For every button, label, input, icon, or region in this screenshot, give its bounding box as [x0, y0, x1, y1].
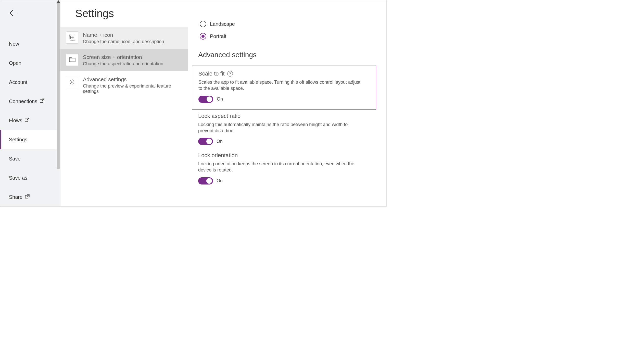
card-desc: Change the preview & experimental featur… — [83, 83, 182, 94]
nav-label: Save as — [9, 175, 27, 181]
nav-items: New Open Account Connections Flows Setti… — [0, 34, 60, 207]
card-name-icon[interactable]: Name + icon Change the name, icon, and d… — [60, 27, 188, 49]
toggle-state-label: On — [217, 139, 223, 144]
detail-panel: Landscape Portrait Advanced settings Sca… — [188, 0, 386, 206]
toggle-lock-aspect-ratio[interactable] — [198, 138, 213, 145]
radio-landscape[interactable]: Landscape — [200, 21, 376, 27]
card-title: Name + icon — [83, 32, 164, 38]
radio-portrait[interactable]: Portrait — [200, 33, 376, 40]
setting-title: Scale to fit — [198, 70, 225, 77]
scroll-up-arrow[interactable] — [57, 0, 60, 3]
screen-size-icon — [66, 54, 78, 66]
toggle-state-label: On — [217, 96, 223, 102]
back-arrow-icon[interactable] — [9, 15, 19, 19]
svg-rect-5 — [26, 195, 28, 198]
nav-item-open[interactable]: Open — [0, 54, 60, 73]
setting-title: Lock orientation — [198, 152, 238, 159]
radio-label: Portrait — [210, 33, 226, 39]
setting-scale-to-fit: Scale to fit ? Scales the app to fit ava… — [198, 70, 371, 103]
radio-label: Landscape — [210, 21, 235, 27]
svg-rect-3 — [25, 119, 28, 122]
toggle-scale-to-fit[interactable] — [198, 96, 213, 103]
card-screen-size[interactable]: Screen size + orientation Change the asp… — [60, 49, 188, 71]
card-desc: Change the name, icon, and description — [83, 39, 164, 44]
nav-item-save-as[interactable]: Save as — [0, 168, 60, 188]
card-desc: Change the aspect ratio and orientation — [83, 61, 163, 67]
toggle-lock-orientation[interactable] — [198, 177, 213, 184]
nav-label: Connections — [9, 98, 37, 104]
nav-item-save[interactable]: Save — [0, 149, 60, 168]
nav-label: Open — [9, 60, 21, 66]
external-link-icon — [25, 118, 29, 124]
page-title: Settings — [60, 0, 188, 27]
scrollbar-gutter — [57, 0, 60, 206]
svg-rect-11 — [69, 58, 75, 62]
svg-rect-1 — [40, 100, 43, 103]
setting-desc: Locking this automatically maintains the… — [198, 121, 361, 134]
setting-desc: Locking orientation keeps the screen in … — [198, 161, 361, 173]
svg-point-13 — [71, 81, 73, 83]
setting-lock-aspect-ratio: Lock aspect ratio Locking this automatic… — [198, 113, 376, 145]
nav-label: Settings — [9, 137, 27, 143]
nav-label: New — [9, 41, 19, 47]
setting-lock-orientation: Lock orientation Locking orientation kee… — [198, 152, 376, 184]
nav-item-flows[interactable]: Flows — [0, 111, 60, 130]
settings-category-panel: Settings Name + icon Change the name, ic… — [60, 0, 188, 206]
nav-item-new[interactable]: New — [0, 34, 60, 54]
nav-label: Share — [9, 194, 22, 200]
help-icon[interactable]: ? — [227, 71, 233, 77]
nav-item-share[interactable]: Share — [0, 188, 60, 207]
external-link-icon — [40, 98, 44, 104]
highlight-annotation: Scale to fit ? Scales the app to fit ava… — [192, 66, 376, 110]
card-title: Advanced settings — [83, 76, 182, 82]
nav-item-account[interactable]: Account — [0, 73, 60, 92]
name-icon-icon — [66, 31, 78, 44]
nav-item-settings[interactable]: Settings — [0, 130, 60, 149]
nav-item-connections[interactable]: Connections — [0, 92, 60, 111]
card-advanced-settings[interactable]: Advanced settings Change the preview & e… — [60, 71, 188, 99]
orientation-radio-group: Landscape Portrait — [200, 21, 376, 40]
toggle-state-label: On — [217, 178, 223, 183]
setting-desc: Scales the app to fit available space. T… — [198, 79, 362, 92]
setting-title: Lock aspect ratio — [198, 113, 241, 119]
external-link-icon — [25, 194, 30, 200]
nav-label: Account — [9, 79, 27, 85]
nav-label: Save — [9, 156, 21, 162]
advanced-settings-heading: Advanced settings — [198, 51, 376, 59]
card-title: Screen size + orientation — [83, 54, 163, 60]
nav-label: Flows — [9, 118, 22, 124]
scrollbar-thumb[interactable] — [57, 3, 60, 169]
left-nav-panel: New Open Account Connections Flows Setti… — [0, 0, 60, 206]
gear-icon — [66, 76, 78, 88]
